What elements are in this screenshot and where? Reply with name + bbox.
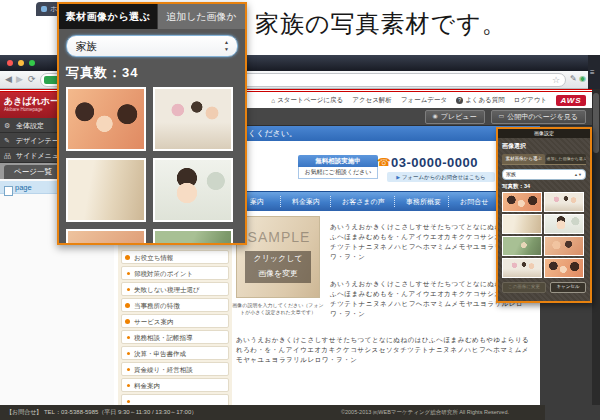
tab-page-list[interactable]: ページ一覧 bbox=[4, 165, 62, 179]
photo-thumb[interactable] bbox=[544, 236, 584, 256]
category-select[interactable]: 家族 ▲▼ bbox=[66, 35, 238, 57]
footer-copyright: ©2005-2013 ㈱WEBマーケティング総合研究所 All Rights R… bbox=[341, 405, 509, 420]
preview-button[interactable]: ◉プレビュー bbox=[425, 110, 485, 124]
nav-logout-link[interactable]: ログアウト bbox=[514, 96, 547, 105]
bullet-icon bbox=[125, 319, 130, 324]
nav-access-analytics-link[interactable]: アクセス解析 bbox=[352, 96, 392, 105]
contact-form-link[interactable]: ▶ フォームからのお問合せはこちら bbox=[387, 172, 495, 182]
nav-form-data-link[interactable]: フォームデータ bbox=[401, 96, 447, 105]
site-nav-item[interactable]: お問合せ bbox=[460, 192, 488, 211]
side-menu-header[interactable]: 当事務所の特徴 bbox=[121, 298, 229, 312]
minimize-window-icon[interactable] bbox=[18, 60, 24, 66]
photo-count: 写真数：34 bbox=[66, 64, 238, 82]
nav-label: スタートページに戻る bbox=[277, 96, 343, 105]
form-link-label: フォームからのお問合せはこちら bbox=[402, 174, 486, 180]
sample-image[interactable]: SAMPLE クリックして 画像を変更 bbox=[236, 216, 320, 298]
cms-logo-subtext: Akibare Homepage bbox=[4, 107, 43, 112]
magnified-image-picker: 素材画像から選ぶ 追加した画像か 家族 ▲▼ 写真数：34 bbox=[57, 2, 247, 245]
nav-separator bbox=[280, 196, 281, 207]
play-icon: ▶ bbox=[396, 174, 400, 180]
tab-added-images[interactable]: 追加した画像から選ぶ bbox=[546, 154, 586, 164]
nav-label: フォームデータ bbox=[401, 96, 447, 105]
photo-thumb[interactable] bbox=[502, 192, 542, 212]
picker-tabs: 素材画像から選ぶ 追加した画像か bbox=[59, 4, 245, 29]
consultation-badge-top: 無料相談実施中 bbox=[298, 155, 378, 167]
forward-icon[interactable]: ▶ bbox=[16, 74, 23, 84]
side-menu-item[interactable]: 資金繰り・経営相談 bbox=[121, 362, 229, 376]
bullet-icon bbox=[127, 384, 130, 387]
bullet-icon bbox=[127, 288, 130, 291]
menu-label: 税務相談・記帳指導 bbox=[134, 334, 193, 341]
photo-thumb[interactable] bbox=[66, 87, 146, 151]
side-menu-item[interactable]: 失敗しない税理士選び bbox=[121, 282, 229, 296]
menu-label: 資金繰り・経営相談 bbox=[134, 366, 193, 373]
bullet-icon bbox=[127, 352, 130, 355]
scrollbar-thumb[interactable] bbox=[593, 93, 599, 153]
nav-label: アクセス解析 bbox=[352, 96, 392, 105]
gear-icon: ⚙ bbox=[4, 118, 10, 133]
side-menu-header[interactable]: サービス案内 bbox=[121, 314, 229, 328]
side-menu-item[interactable]: 料金案内 bbox=[121, 378, 229, 392]
site-nav-item[interactable]: 事務所概要 bbox=[406, 192, 441, 211]
site-nav-item[interactable]: 料金案内 bbox=[292, 192, 320, 211]
reload-icon[interactable]: ⟳ bbox=[28, 74, 36, 84]
dialog-title: 画像設定 bbox=[498, 129, 590, 138]
photo-thumb[interactable] bbox=[502, 258, 542, 278]
nav-start-page-link[interactable]: ⌂スタートページに戻る bbox=[271, 96, 343, 105]
extension-icon[interactable]: ◉ bbox=[579, 74, 586, 83]
back-icon[interactable]: ◀ bbox=[5, 74, 12, 84]
side-menu-item[interactable]: 決算・申告書作成 bbox=[121, 346, 229, 360]
footer-contact: 【お問合せ】 TEL：03-5388-5985（平日 9:30～11:30 / … bbox=[6, 405, 197, 420]
photo-thumb[interactable] bbox=[66, 229, 146, 245]
nav-faq-link[interactable]: ?よくある質問 bbox=[456, 96, 505, 105]
photo-thumb[interactable] bbox=[153, 229, 233, 245]
photo-thumb[interactable] bbox=[502, 214, 542, 234]
photo-grid bbox=[66, 87, 238, 245]
bullet-icon bbox=[127, 400, 130, 403]
nav-label: ログアウト bbox=[514, 96, 547, 105]
cancel-button[interactable]: キャンセル bbox=[550, 282, 586, 293]
nav-label: よくある質問 bbox=[465, 96, 505, 105]
photo-thumb[interactable] bbox=[153, 87, 233, 151]
photo-thumb[interactable] bbox=[544, 214, 584, 234]
overlay-line: クリックして bbox=[245, 251, 311, 266]
tab-material-images[interactable]: 素材画像から選ぶ bbox=[502, 154, 545, 164]
change-image-overlay: クリックして 画像を変更 bbox=[245, 251, 311, 283]
button-label: 公開中のページを見る bbox=[507, 111, 578, 122]
bullet-icon bbox=[127, 336, 130, 339]
tab-material-images[interactable]: 素材画像から選ぶ bbox=[59, 4, 157, 29]
pencil-icon: ✎ bbox=[4, 133, 10, 148]
nav-separator bbox=[330, 196, 331, 207]
bookmark-star-icon[interactable]: ☆ bbox=[552, 75, 560, 85]
phone-number: 03-0000-0000 bbox=[391, 155, 478, 170]
site-nav-item[interactable]: お客さまの声 bbox=[342, 192, 385, 211]
edit-extension-icon[interactable]: ✎ bbox=[570, 74, 577, 83]
photo-thumb[interactable] bbox=[153, 158, 233, 222]
tab-added-images[interactable]: 追加した画像か bbox=[157, 4, 245, 29]
side-menu-item[interactable]: 税務相談・記帳指導 bbox=[121, 330, 229, 344]
menu-label: お役立ち情報 bbox=[134, 254, 173, 261]
bullet-icon bbox=[125, 255, 130, 260]
image-settings-dialog: 画像設定 画像選択 素材画像から選ぶ 追加した画像から選ぶ 家族▲▼ 写真数：3… bbox=[496, 127, 592, 303]
photo-thumb[interactable] bbox=[544, 192, 584, 212]
side-menu-item[interactable]: 節税対策のポイント bbox=[121, 266, 229, 280]
zoom-window-icon[interactable] bbox=[29, 60, 35, 66]
photo-thumb[interactable] bbox=[544, 258, 584, 278]
apply-image-button[interactable]: この画像に変更 bbox=[502, 282, 546, 293]
site-nav-item[interactable]: 案内 bbox=[250, 192, 264, 211]
page-item-label: page bbox=[15, 183, 32, 192]
view-live-page-button[interactable]: ▭公開中のページを見る bbox=[491, 110, 587, 124]
close-window-icon[interactable] bbox=[7, 60, 13, 66]
category-select[interactable]: 家族▲▼ bbox=[502, 169, 586, 180]
photo-thumb[interactable] bbox=[66, 158, 146, 222]
phone-icon: ☎ bbox=[377, 156, 391, 169]
photo-thumb[interactable] bbox=[502, 236, 542, 256]
photo-grid bbox=[502, 192, 586, 278]
monitor-icon: ▭ bbox=[499, 111, 505, 122]
screenshot-root: 家族の写真素材です。 ホーム ◀ ▶ ⟳ ☆ ✎ ◉ ≡ ⌂スタートページに戻る… bbox=[0, 0, 600, 420]
stepper-down-icon: ▼ bbox=[224, 46, 229, 52]
browser-menu-icon[interactable]: ≡ bbox=[590, 68, 595, 77]
side-menu-item-clipped[interactable] bbox=[121, 394, 229, 405]
side-menu-header[interactable]: お役立ち情報 bbox=[121, 250, 229, 264]
dialog-tabs: 素材画像から選ぶ 追加した画像から選ぶ bbox=[502, 154, 586, 165]
